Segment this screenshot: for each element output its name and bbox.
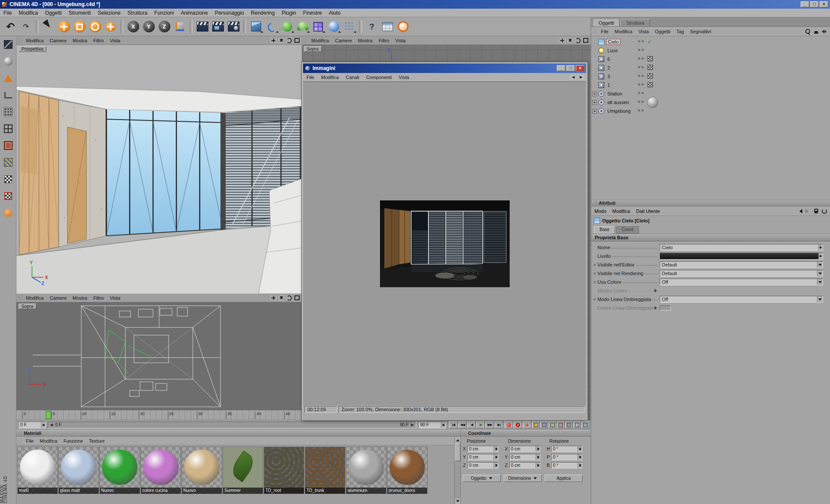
record-keyframe-button[interactable] bbox=[504, 421, 513, 428]
menu-funzioni[interactable]: Funzioni bbox=[151, 9, 177, 17]
om-menu-modifica[interactable]: Modifica bbox=[612, 28, 635, 35]
object-axis-mode-icon[interactable] bbox=[1, 206, 15, 220]
visibility-dots[interactable] bbox=[638, 83, 645, 86]
pv-menu-file[interactable]: File bbox=[303, 74, 318, 81]
pv-nav-right-icon[interactable]: ▶ bbox=[578, 74, 584, 80]
checker-tag-icon[interactable] bbox=[648, 65, 653, 70]
vp3-menu-camere[interactable]: Camere bbox=[47, 295, 70, 301]
viewport-camera-label[interactable]: Prospettiva bbox=[19, 46, 46, 52]
rotate-view-icon[interactable] bbox=[286, 295, 292, 301]
checker-tag-icon[interactable] bbox=[648, 82, 653, 87]
keyframe-options-button[interactable] bbox=[523, 421, 531, 428]
menu-finestre[interactable]: Finestre bbox=[300, 9, 325, 17]
range-slider[interactable]: ◀ 0 F 90 F ▶ bbox=[48, 422, 416, 428]
scroll-down-icon[interactable] bbox=[455, 498, 460, 504]
window-close-button[interactable]: × bbox=[820, 1, 828, 7]
timeline-ruler[interactable]: 051015202530354045 bbox=[16, 410, 302, 420]
position-x-input[interactable]: 0 cm bbox=[467, 446, 498, 452]
top-view-wireframe[interactable]: Z X bbox=[16, 302, 302, 410]
vp1-menu-modifica[interactable]: Modifica bbox=[23, 37, 47, 44]
vp2-menu-camere[interactable]: Camere bbox=[332, 37, 355, 44]
home-icon[interactable] bbox=[813, 29, 819, 35]
texture-mode-icon[interactable] bbox=[1, 155, 15, 169]
next-frame-button[interactable]: ▶▶ bbox=[485, 421, 494, 428]
sphere-tag-icon[interactable] bbox=[648, 97, 658, 108]
tab-coord[interactable]: Coord bbox=[616, 226, 639, 234]
object-row-station[interactable]: Station bbox=[591, 89, 830, 98]
object-row-alt-aussen[interactable]: alt aussen bbox=[591, 98, 830, 107]
pv-menu-vista[interactable]: Vista bbox=[395, 74, 412, 81]
checker-tag-icon[interactable] bbox=[648, 56, 653, 61]
dropdown-modo-linea-ombreggiata[interactable]: Off bbox=[660, 296, 823, 303]
material-prunus-doors-9[interactable]: prunus_doors bbox=[387, 447, 428, 494]
vp3-menu-vista[interactable]: Vista bbox=[107, 295, 123, 301]
history-back-icon[interactable] bbox=[796, 208, 803, 214]
stepper-icon[interactable] bbox=[41, 422, 45, 428]
om-menu-vista[interactable]: Vista bbox=[635, 28, 652, 35]
material-td-root-6[interactable]: TD_root bbox=[264, 447, 304, 494]
record-scale-toggle[interactable] bbox=[540, 421, 548, 428]
menu-plugin[interactable]: Plugin bbox=[278, 9, 300, 17]
expand-icon[interactable] bbox=[592, 109, 597, 114]
tab-oggetti[interactable]: Oggetti bbox=[593, 19, 619, 26]
stepper-icon[interactable] bbox=[536, 446, 540, 452]
material-glass-matt-1[interactable]: glass matt bbox=[58, 447, 99, 494]
panel-grip-icon[interactable] bbox=[303, 38, 307, 43]
materials-scrollbar[interactable] bbox=[454, 437, 460, 504]
menu-modifica[interactable]: Modifica bbox=[15, 9, 42, 17]
workplane-mode-icon[interactable] bbox=[1, 88, 15, 102]
material-summer-5[interactable]: Summer bbox=[223, 447, 263, 494]
visibility-dots[interactable] bbox=[638, 40, 645, 42]
pv-nav-left-icon[interactable]: ◀ bbox=[570, 74, 577, 80]
stepper-icon[interactable] bbox=[494, 454, 498, 460]
picture-viewer-titlebar[interactable]: Immagini _□× bbox=[303, 63, 586, 73]
vp2-menu-mostra[interactable]: Mostra bbox=[355, 37, 376, 44]
texture-axis-mode-icon[interactable] bbox=[1, 71, 15, 85]
play-button[interactable]: ▶ bbox=[476, 421, 485, 428]
om-menu-oggetti[interactable]: Oggetti bbox=[652, 28, 673, 35]
pv-minimize-button[interactable]: _ bbox=[557, 65, 565, 71]
range-start-field[interactable]: 0 F bbox=[18, 422, 46, 428]
zoom-view-icon[interactable] bbox=[278, 295, 284, 301]
object-row-6[interactable]: 6 bbox=[591, 55, 830, 63]
anim-dot-icon[interactable] bbox=[594, 298, 596, 301]
z-axis-lock-icon[interactable]: Z bbox=[157, 19, 172, 34]
anim-dot-icon[interactable] bbox=[594, 281, 596, 283]
attr-menu-dati-utente[interactable]: Dati Utente bbox=[633, 208, 663, 215]
om-menu-tag[interactable]: Tag bbox=[673, 28, 687, 35]
rotate-tool-icon[interactable] bbox=[88, 19, 102, 34]
rotation-p-input[interactable]: 0 ° bbox=[551, 454, 582, 460]
material-nuovo-4[interactable]: Nuovo bbox=[182, 447, 222, 494]
render-view-icon[interactable] bbox=[195, 19, 210, 34]
vp2-menu-vista[interactable]: Vista bbox=[392, 37, 409, 44]
points-mode-icon[interactable] bbox=[1, 105, 15, 119]
materials-title-bar[interactable]: Materiali bbox=[16, 430, 460, 437]
edges-mode-icon[interactable] bbox=[1, 122, 15, 136]
apply-button[interactable]: Applica bbox=[545, 475, 583, 482]
add-modeling-object-icon[interactable] bbox=[295, 19, 310, 34]
vp1-menu-filtro[interactable]: Filtro bbox=[90, 37, 107, 44]
previous-key-button[interactable]: ◀◀ bbox=[458, 421, 467, 428]
vp2-menu-filtro[interactable]: Filtro bbox=[376, 37, 392, 44]
expand-arrow-icon[interactable] bbox=[654, 289, 659, 292]
rotation-b-input[interactable]: 0 ° bbox=[551, 462, 582, 469]
panel-grip-icon[interactable] bbox=[19, 431, 22, 436]
current-frame-marker[interactable] bbox=[46, 411, 51, 419]
expand-arrow-icon[interactable] bbox=[654, 306, 659, 310]
vp1-menu-mostra[interactable]: Mostra bbox=[70, 37, 90, 44]
mat-menu-modifica[interactable]: Modifica bbox=[37, 437, 61, 444]
panel-grip-icon[interactable] bbox=[463, 431, 467, 436]
maximize-view-icon[interactable] bbox=[582, 38, 589, 43]
object-row-3[interactable]: 3 bbox=[591, 72, 830, 81]
record-position-toggle[interactable] bbox=[532, 421, 540, 428]
picture-viewer-window[interactable]: Immagini _□× FileModificaCanaliComponent… bbox=[302, 62, 587, 420]
menu-strumenti[interactable]: Strumenti bbox=[65, 9, 94, 17]
add-primitive-icon[interactable] bbox=[249, 19, 263, 34]
pv-close-button[interactable]: × bbox=[576, 65, 584, 71]
go-to-start-button[interactable]: |◀ bbox=[449, 421, 458, 428]
add-environment-object-icon[interactable] bbox=[326, 19, 341, 34]
om-menu-file[interactable]: File bbox=[598, 28, 612, 35]
rotate-view-icon[interactable] bbox=[575, 38, 581, 43]
pan-view-icon[interactable] bbox=[270, 295, 277, 301]
input-nome[interactable]: Cielo bbox=[660, 244, 823, 251]
